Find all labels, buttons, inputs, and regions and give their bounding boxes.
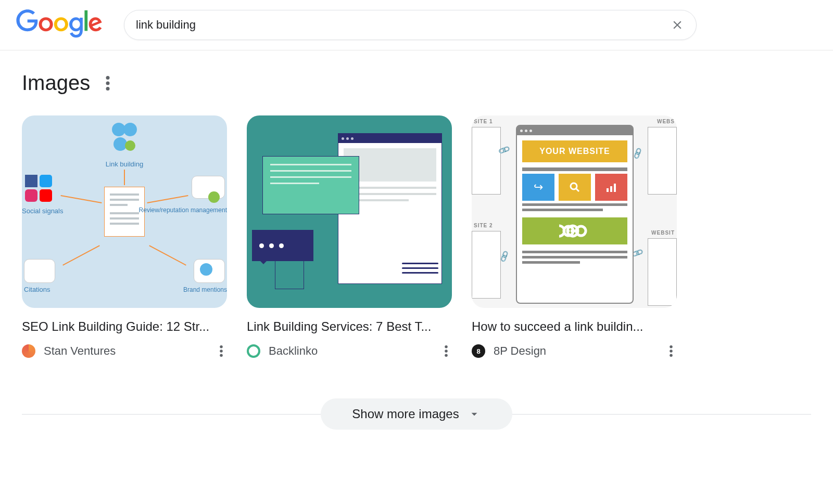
image-thumbnail[interactable]: SITE 1 SITE 2 WEBS WEBSIT 🔗 🔗 🔗 🔗 YOUR W… xyxy=(472,115,677,308)
source-name[interactable]: Stan Ventures xyxy=(44,344,207,358)
image-thumbnail[interactable] xyxy=(247,115,452,308)
illustration-main-site: YOUR WEBSITE ↪ xyxy=(516,125,634,304)
svg-point-6 xyxy=(445,345,448,348)
clear-search-button[interactable] xyxy=(670,18,685,32)
image-results-grid: Link building Social signals Review/repu… xyxy=(22,115,811,361)
svg-rect-12 xyxy=(614,184,616,192)
more-vertical-icon xyxy=(106,76,110,91)
svg-point-3 xyxy=(220,345,223,348)
svg-point-8 xyxy=(445,354,448,357)
illustration-label: WEBSIT xyxy=(651,230,675,236)
image-result-card: Link Building Services: 7 Best T... Back… xyxy=(247,115,452,361)
svg-point-15 xyxy=(670,345,673,348)
image-result-source: Stan Ventures xyxy=(22,341,227,361)
svg-point-5 xyxy=(220,354,223,357)
chevron-down-icon xyxy=(468,407,481,421)
more-vertical-icon xyxy=(220,345,223,357)
svg-point-16 xyxy=(670,350,673,353)
search-bar[interactable] xyxy=(124,10,697,40)
close-icon xyxy=(671,18,684,32)
show-more-container: Show more images xyxy=(22,397,811,431)
source-favicon: 8 xyxy=(472,344,485,358)
diagram-label: Social signals xyxy=(22,207,64,215)
image-result-title[interactable]: How to succeed a link buildin... xyxy=(472,319,677,334)
chat-bubble-icon xyxy=(252,230,313,261)
diagram-label: Link building xyxy=(106,160,143,168)
section-title: Images xyxy=(22,71,90,95)
result-options-button[interactable] xyxy=(216,341,227,361)
illustration-label: SITE 1 xyxy=(474,119,493,124)
show-more-label: Show more images xyxy=(352,407,459,421)
source-favicon xyxy=(247,344,260,358)
image-result-card: Link building Social signals Review/repu… xyxy=(22,115,227,361)
svg-point-4 xyxy=(220,350,223,353)
svg-rect-10 xyxy=(607,188,609,192)
result-options-button[interactable] xyxy=(440,341,452,361)
image-result-card: SITE 1 SITE 2 WEBS WEBSIT 🔗 🔗 🔗 🔗 YOUR W… xyxy=(472,115,677,361)
source-favicon xyxy=(22,344,35,358)
more-vertical-icon xyxy=(670,345,673,357)
svg-point-9 xyxy=(571,183,577,189)
result-options-button[interactable] xyxy=(665,341,677,361)
diagram-label: Citations xyxy=(24,286,51,293)
image-thumbnail[interactable]: Link building Social signals Review/repu… xyxy=(22,115,227,308)
search-icon xyxy=(559,174,591,201)
google-logo[interactable] xyxy=(16,9,103,41)
chart-icon xyxy=(595,174,627,201)
search-input[interactable] xyxy=(136,18,670,32)
header-bar xyxy=(0,0,833,50)
image-result-source: 8 8P Design xyxy=(472,341,677,361)
link-icon xyxy=(522,217,627,244)
share-icon: ↪ xyxy=(522,174,554,201)
svg-rect-11 xyxy=(610,186,612,192)
section-options-button[interactable] xyxy=(102,72,114,95)
svg-point-1 xyxy=(106,81,110,85)
section-header: Images xyxy=(22,71,811,95)
image-result-source: Backlinko xyxy=(247,341,452,361)
source-name[interactable]: 8P Design xyxy=(494,344,657,358)
image-result-title[interactable]: Link Building Services: 7 Best T... xyxy=(247,319,452,334)
source-name[interactable]: Backlinko xyxy=(269,344,432,358)
illustration-card xyxy=(262,156,359,214)
diagram-label: Brand mentions xyxy=(183,286,227,293)
svg-point-2 xyxy=(106,87,110,91)
illustration-label: WEBS xyxy=(657,119,675,124)
svg-point-7 xyxy=(445,350,448,353)
illustration-label: SITE 2 xyxy=(474,223,493,228)
illustration-banner: YOUR WEBSITE xyxy=(522,140,627,162)
more-vertical-icon xyxy=(445,345,448,357)
svg-point-0 xyxy=(106,76,110,80)
diagram-label: Review/reputation management xyxy=(139,207,227,214)
images-section: Images Link building xyxy=(0,50,833,451)
show-more-button[interactable]: Show more images xyxy=(321,398,512,430)
svg-point-17 xyxy=(670,354,673,357)
image-result-title[interactable]: SEO Link Building Guide: 12 Str... xyxy=(22,319,227,334)
